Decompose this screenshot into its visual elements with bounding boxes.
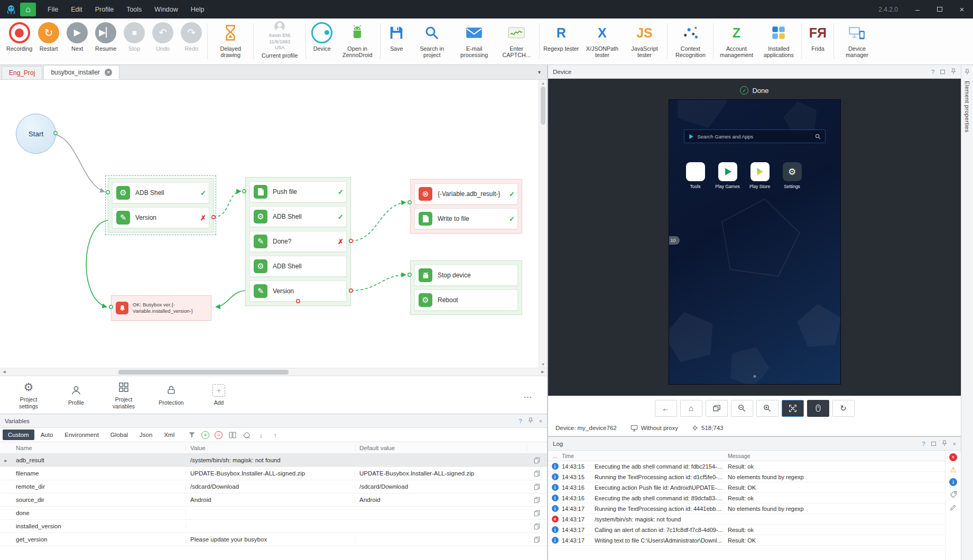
action-group-result[interactable]: ⊗ {-Variable.adb_result-} ✓ Write to fil… (410, 179, 522, 234)
action-group-adb[interactable]: ⚙ ADB Shell ✓ ✎ Version ✗ (108, 178, 214, 232)
add-variable-icon[interactable]: + (201, 431, 209, 439)
warnings-filter-icon[interactable]: ⚠ (949, 465, 958, 474)
copy-variable-button[interactable] (527, 470, 547, 477)
log-row[interactable]: 14:43:16 Executing action Push file id: … (548, 482, 945, 493)
log-row[interactable]: 14:43:16 Executing the adb shell command… (548, 493, 945, 503)
restart-button[interactable]: ↻Restart (34, 21, 63, 53)
menu-item[interactable]: Window (148, 0, 184, 18)
column-header-message[interactable]: Message (728, 453, 945, 459)
scroll-down-icon[interactable]: ▼ (541, 362, 545, 366)
menu-item[interactable]: File (41, 0, 64, 18)
pin-icon[interactable] (942, 440, 947, 447)
copy-variable-button[interactable] (527, 536, 547, 543)
node-version[interactable]: ✎ Version ✗ (112, 207, 209, 228)
proxy-status[interactable]: Without proxy (631, 425, 678, 432)
scroll-up-icon[interactable]: ▲ (541, 81, 545, 85)
copy-variable-button[interactable] (527, 510, 547, 517)
node-push-file[interactable]: Push file ✓ (249, 181, 347, 202)
variable-row[interactable]: ▸ installed_version (0, 520, 547, 533)
overlay-badge[interactable]: 10 (669, 236, 680, 245)
device-home-button[interactable]: ⌂ (680, 400, 702, 417)
device-button[interactable]: Device (308, 21, 336, 53)
app-logo-icon[interactable] (3, 3, 19, 16)
column-header-value[interactable]: Value (186, 445, 355, 451)
device-manager-button[interactable]: Device manager (836, 21, 878, 59)
maximize-button[interactable] (929, 0, 951, 18)
stop-button[interactable]: ■Stop (120, 21, 149, 53)
app-play-games[interactable]: Play Games (714, 162, 742, 189)
node-write-to-file[interactable]: Write to file ✓ (414, 208, 518, 229)
info-filter-icon[interactable]: i (949, 478, 957, 486)
close-button[interactable]: × (951, 0, 973, 18)
screen-capture-mode-button[interactable] (782, 400, 804, 417)
action-group-push[interactable]: Push file ✓ ⚙ ADB Shell ✓ ✎ Done? ✗ ⚙ (245, 177, 351, 306)
copy-variable-button[interactable] (527, 457, 547, 464)
scroll-left-icon[interactable]: ◀ (0, 370, 8, 374)
tab-list-dropdown[interactable]: ▼ (537, 70, 542, 75)
flowchart-canvas[interactable]: Start ⚙ ADB Shell ✓ ✎ Version ✗ (0, 80, 539, 368)
play-search-bar[interactable]: Search Games and Apps (684, 129, 826, 143)
log-row[interactable]: 14:43:15 Running the TextProcessing acti… (548, 472, 945, 482)
action-group-finish[interactable]: Stop device ⚙ Reboot (410, 260, 522, 315)
copy-variable-button[interactable] (527, 523, 547, 530)
installed-applications-button[interactable]: Installed applications (757, 21, 800, 59)
menu-item[interactable]: Profile (89, 0, 120, 18)
copy-variable-button[interactable] (527, 483, 547, 490)
email-processing-button[interactable]: E-mail processing (453, 21, 495, 59)
delayed-drawing-button[interactable]: Delayed drawing (209, 21, 252, 59)
tab-eng-proj[interactable]: Eng_Proj (2, 66, 42, 79)
refresh-button[interactable]: ↻ (832, 400, 855, 417)
variables-tab[interactable]: Global (105, 430, 133, 440)
tab-busybox-installer[interactable]: busybox_installer✕ (43, 65, 119, 79)
zoom-out-button[interactable] (731, 400, 753, 417)
undo-button[interactable]: ↶Undo (149, 21, 177, 53)
variables-tab[interactable]: Custom (3, 430, 34, 440)
log-row[interactable]: 14:43:17 /system/bin/sh: magisk: not fou… (548, 514, 945, 525)
node-adb-shell[interactable]: ⚙ ADB Shell ✓ (249, 206, 347, 227)
scroll-thumb[interactable] (118, 370, 289, 375)
edit-icon[interactable] (949, 503, 958, 511)
columns-icon[interactable] (228, 431, 237, 440)
project-variables-button[interactable]: Project variables (107, 380, 141, 409)
tag-icon[interactable] (949, 490, 958, 499)
alert-node[interactable]: OK: Busybox ver.{-Variable.installed_ver… (111, 295, 211, 321)
protection-button[interactable]: Protection (154, 384, 188, 406)
variable-row[interactable]: ▸ filename UPDATE-Busybox.Installer-ALL-… (0, 467, 547, 480)
account-management-button[interactable]: ZAccount management (715, 21, 757, 59)
node-adb-shell[interactable]: ⚙ ADB Shell ✓ (112, 182, 209, 203)
variables-tab[interactable]: Auto (35, 430, 59, 440)
eraser-icon[interactable] (242, 431, 251, 440)
copy-variable-button[interactable] (527, 497, 547, 503)
variable-row[interactable]: ▸ source_dir Android Android (0, 493, 547, 507)
help-icon[interactable]: ? (518, 418, 522, 424)
device-recents-button[interactable] (706, 400, 728, 417)
app-settings[interactable]: ⚙ Settings (779, 162, 806, 189)
xjsonpath-tester-button[interactable]: XX/JSONPath tester (581, 21, 623, 59)
canvas-horizontal-scrollbar[interactable]: ◀ ▶ (0, 368, 547, 376)
device-screen[interactable]: Search Games and Apps Tools Play Games (669, 100, 840, 384)
more-actions-button[interactable]: … (523, 390, 533, 400)
filter-icon[interactable] (187, 431, 196, 440)
current-profile-button[interactable]: Kevin Ehli 11/6/1993 USA Current profile (255, 21, 304, 59)
minimize-button[interactable]: – (906, 0, 929, 18)
recording-button[interactable]: Recording (4, 21, 34, 53)
log-row[interactable]: 14:43:17 Writing text to file C:\Users\A… (548, 535, 945, 546)
menu-item[interactable]: Edit (64, 0, 89, 18)
tab-close-icon[interactable]: ✕ (105, 69, 112, 76)
column-header-default[interactable]: Default value (355, 445, 527, 451)
column-header-type[interactable]: ... (548, 453, 562, 459)
regexp-tester-button[interactable]: RRegexp tester (541, 21, 581, 53)
enter-captcha-button[interactable]: Enter CAPTCH... (495, 21, 538, 59)
canvas-vertical-scrollbar[interactable]: ▲ ▼ (539, 80, 547, 368)
open-in-zennodroid-button[interactable]: Open in ZennoDroid (336, 21, 378, 59)
close-icon[interactable]: × (539, 418, 542, 424)
node-stop-device[interactable]: Stop device (414, 265, 518, 286)
profile-button[interactable]: Profile (59, 384, 93, 406)
variable-row[interactable]: ▸ done (0, 507, 547, 520)
javascript-tester-button[interactable]: JSJavaScript tester (623, 21, 665, 59)
help-icon[interactable]: ? (931, 69, 934, 75)
device-name[interactable]: Device: my_device762 (555, 425, 617, 431)
maximize-panel-icon[interactable] (931, 442, 936, 446)
help-icon[interactable]: ? (922, 441, 925, 447)
variables-tab[interactable]: Xml (159, 430, 180, 440)
